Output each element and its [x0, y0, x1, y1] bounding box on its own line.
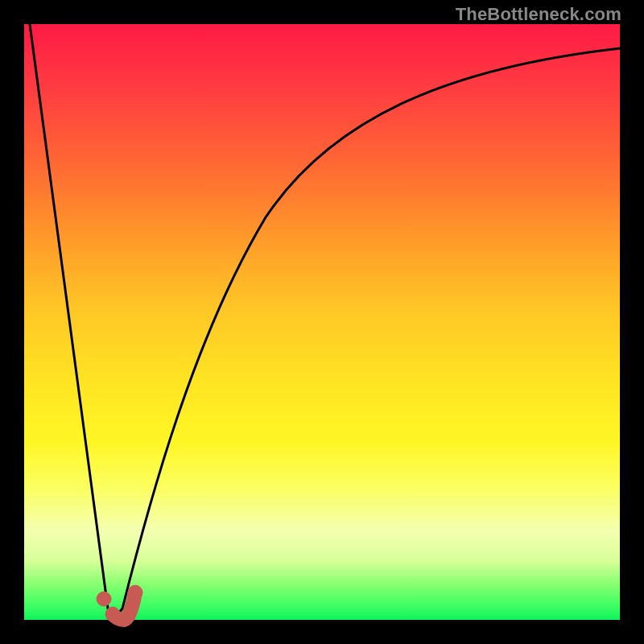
svg-point-2 — [128, 585, 142, 600]
svg-point-1 — [105, 607, 120, 621]
chart-svg — [24, 24, 620, 620]
chart-frame: TheBottleneck.com — [0, 0, 644, 644]
watermark-text: TheBottleneck.com — [456, 4, 621, 25]
svg-point-0 — [97, 592, 111, 606]
bottleneck-curve-line — [30, 24, 620, 617]
user-position-marker — [97, 585, 142, 621]
